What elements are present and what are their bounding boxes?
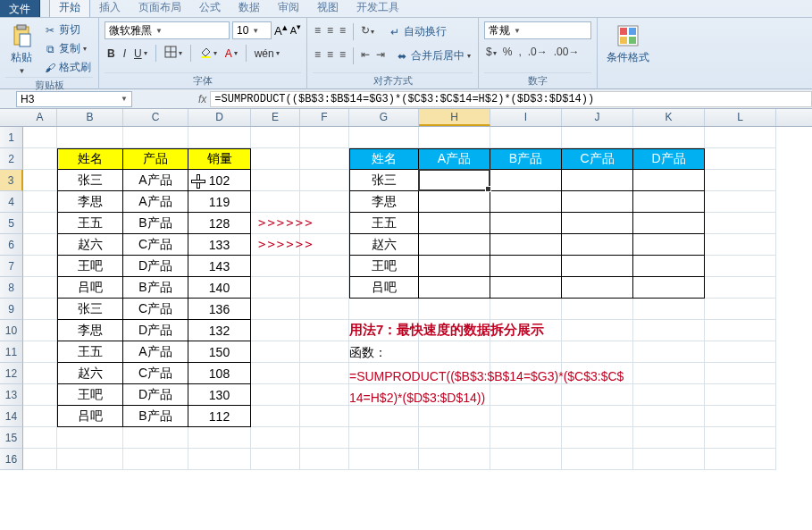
- column-header-J[interactable]: J: [562, 109, 633, 126]
- row-header-3[interactable]: 3: [0, 170, 23, 191]
- left-table-cell[interactable]: 130: [188, 384, 251, 406]
- align-center-button[interactable]: ≡: [325, 47, 335, 64]
- cell[interactable]: [23, 170, 57, 191]
- decrease-decimal-button[interactable]: .00→: [552, 45, 582, 59]
- cell[interactable]: [490, 406, 562, 427]
- cell[interactable]: [23, 427, 57, 449]
- tab-file[interactable]: 文件: [0, 0, 40, 17]
- cell[interactable]: [490, 449, 562, 470]
- cell[interactable]: [705, 234, 776, 256]
- merge-center-button[interactable]: ⬌ 合并后居中 ▾: [393, 47, 473, 64]
- cell[interactable]: [419, 449, 490, 470]
- left-table-cell[interactable]: D产品: [123, 320, 188, 341]
- cell[interactable]: [705, 341, 776, 363]
- cell[interactable]: [705, 384, 776, 406]
- cell[interactable]: [251, 277, 300, 299]
- left-table-cell[interactable]: 张三: [57, 170, 123, 191]
- cell[interactable]: [23, 363, 57, 384]
- cell[interactable]: [57, 449, 123, 470]
- row-header-10[interactable]: 10: [0, 320, 23, 341]
- cell[interactable]: [300, 320, 349, 341]
- right-table-cell[interactable]: [562, 213, 633, 234]
- left-table-header[interactable]: 姓名: [57, 148, 123, 170]
- cell[interactable]: [705, 213, 776, 234]
- left-table-cell[interactable]: 133: [188, 234, 251, 256]
- right-table-cell[interactable]: 102: [419, 170, 490, 191]
- italic-button[interactable]: I: [121, 46, 129, 61]
- cell[interactable]: [562, 449, 633, 470]
- cell[interactable]: [490, 384, 562, 406]
- increase-font-button[interactable]: A▴: [274, 21, 288, 39]
- cell[interactable]: [123, 449, 188, 470]
- row-header-11[interactable]: 11: [0, 341, 23, 363]
- cell[interactable]: [23, 234, 57, 256]
- right-table-cell[interactable]: [633, 256, 705, 277]
- right-table-cell[interactable]: [419, 277, 490, 299]
- cell[interactable]: [705, 299, 776, 320]
- right-table-cell[interactable]: [419, 234, 490, 256]
- cell[interactable]: [23, 191, 57, 213]
- cell[interactable]: [57, 427, 123, 449]
- right-table-cell[interactable]: 李思: [349, 191, 419, 213]
- left-table-cell[interactable]: 王五: [57, 213, 123, 234]
- row-header-12[interactable]: 12: [0, 363, 23, 384]
- right-table-cell[interactable]: [490, 170, 562, 191]
- right-table-cell[interactable]: [490, 213, 562, 234]
- column-header-G[interactable]: G: [349, 109, 419, 126]
- cell[interactable]: [633, 449, 705, 470]
- left-table-cell[interactable]: D产品: [123, 384, 188, 406]
- right-table-cell[interactable]: [490, 191, 562, 213]
- tab-review[interactable]: 审阅: [269, 0, 308, 17]
- format-painter-button[interactable]: 🖌 格式刷: [41, 59, 93, 76]
- right-table-cell[interactable]: [633, 170, 705, 191]
- cell[interactable]: [705, 148, 776, 170]
- right-table-cell[interactable]: [490, 234, 562, 256]
- cell[interactable]: [188, 449, 251, 470]
- row-header-9[interactable]: 9: [0, 299, 23, 320]
- wrap-text-button[interactable]: ↵ 自动换行: [386, 23, 448, 40]
- left-table-cell[interactable]: D产品: [123, 256, 188, 277]
- cell[interactable]: [349, 406, 419, 427]
- cell[interactable]: [23, 341, 57, 363]
- column-header-I[interactable]: I: [490, 109, 562, 126]
- right-table-header[interactable]: A产品: [419, 148, 490, 170]
- cell[interactable]: [705, 277, 776, 299]
- right-table-header[interactable]: C产品: [562, 148, 633, 170]
- cell[interactable]: [300, 148, 349, 170]
- left-table-cell[interactable]: B产品: [123, 406, 188, 427]
- right-table-cell[interactable]: [562, 234, 633, 256]
- left-table-cell[interactable]: B产品: [123, 213, 188, 234]
- left-table-cell[interactable]: C产品: [123, 363, 188, 384]
- percent-button[interactable]: %: [501, 45, 515, 59]
- row-header-6[interactable]: 6: [0, 234, 23, 256]
- currency-button[interactable]: $▾: [484, 45, 498, 59]
- name-box[interactable]: H3 ▼: [16, 91, 132, 107]
- left-table-header[interactable]: 销量: [188, 148, 251, 170]
- phonetic-button[interactable]: wén▾: [252, 46, 282, 61]
- cell[interactable]: [251, 341, 300, 363]
- cell[interactable]: [562, 406, 633, 427]
- column-header-F[interactable]: F: [300, 109, 349, 126]
- tab-insert[interactable]: 插入: [90, 0, 130, 17]
- row-header-16[interactable]: 16: [0, 449, 23, 470]
- row-header-8[interactable]: 8: [0, 277, 23, 299]
- left-table-cell[interactable]: 143: [188, 256, 251, 277]
- cell[interactable]: [705, 449, 776, 470]
- left-table-cell[interactable]: 李思: [57, 320, 123, 341]
- cell[interactable]: [251, 384, 300, 406]
- align-top-button[interactable]: ≡: [313, 23, 322, 40]
- left-table-cell[interactable]: 140: [188, 277, 251, 299]
- row-header-14[interactable]: 14: [0, 406, 23, 427]
- cell[interactable]: [23, 299, 57, 320]
- conditional-format-button[interactable]: 条件格式: [603, 21, 653, 67]
- cell[interactable]: [490, 427, 562, 449]
- cell[interactable]: [300, 127, 349, 148]
- left-table-cell[interactable]: 王吧: [57, 384, 123, 406]
- row-header-4[interactable]: 4: [0, 191, 23, 213]
- cell[interactable]: [705, 170, 776, 191]
- underline-button[interactable]: U▾: [131, 46, 150, 61]
- right-table-cell[interactable]: [419, 213, 490, 234]
- cell[interactable]: [23, 449, 57, 470]
- left-table-cell[interactable]: 吕吧: [57, 277, 123, 299]
- column-header-H[interactable]: H: [419, 109, 490, 126]
